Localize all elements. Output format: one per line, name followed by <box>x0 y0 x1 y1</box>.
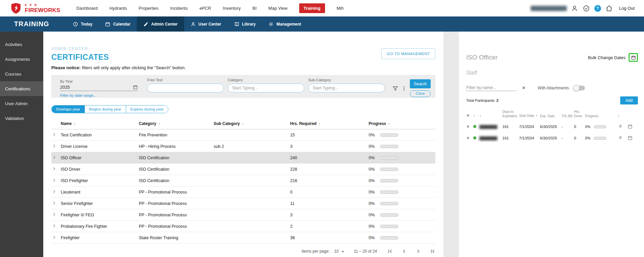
remove-participant-icon[interactable]: ✕ <box>466 124 470 129</box>
row-expand-chevron-icon[interactable] <box>51 155 56 160</box>
table-row[interactable]: ISO FirefighterISO Certification2160% <box>51 175 435 186</box>
table-row[interactable]: Firefighter II/ FEOPP - Promotional Proc… <box>51 209 435 221</box>
sidebar-item-assignments[interactable]: Assignments <box>0 52 43 67</box>
top-nav-item-inventory[interactable]: Inventory <box>223 6 240 11</box>
next-page-icon[interactable] <box>415 248 421 254</box>
free-text-input[interactable] <box>147 84 224 92</box>
filter-by-name-input[interactable] <box>466 85 517 91</box>
sidebar-item-certifications[interactable]: Certifications <box>0 81 43 96</box>
nav-library[interactable]: Library <box>228 16 262 32</box>
col-hrs-required[interactable]: Hrs. Required <box>290 121 317 126</box>
top-nav-item-dashboard[interactable]: Dashboard <box>76 6 98 11</box>
table-row[interactable]: Driver LicenseHP - Hiring Processsub 230… <box>51 141 435 152</box>
table-row[interactable]: Probationary Fire FighterPP - Promotiona… <box>51 221 435 232</box>
tab-overlaps-year[interactable]: Overlaps year <box>52 105 85 113</box>
col-tis[interactable]: TIS (M) <box>561 110 574 121</box>
sort-asc-icon[interactable]: ↑ <box>473 114 475 118</box>
top-nav-item-properties[interactable]: Properties <box>139 6 158 11</box>
check-circle-icon[interactable] <box>583 5 590 12</box>
with-attachments-toggle[interactable] <box>574 86 585 90</box>
row-expand-chevron-icon[interactable] <box>51 132 56 137</box>
row-expand-chevron-icon[interactable] <box>51 189 56 194</box>
sort-asc-icon[interactable]: ↑ <box>74 122 76 126</box>
filter-icon[interactable] <box>392 85 398 98</box>
kebab-menu-icon[interactable] <box>401 85 407 98</box>
top-nav-item-epcr[interactable]: ePCR <box>200 6 211 11</box>
col-category[interactable]: Category <box>139 121 156 126</box>
tab-expires-during-year[interactable]: Expires during year <box>126 105 168 113</box>
table-row[interactable]: Test CertificationFire Prevention150% <box>51 129 435 141</box>
row-expand-chevron-icon[interactable] <box>51 144 56 148</box>
remove-participant-icon[interactable]: ✕ <box>466 136 470 140</box>
bulk-change-dates-button[interactable] <box>629 53 638 62</box>
sort-asc-icon[interactable]: ↑ <box>479 114 481 118</box>
avatar-icon[interactable] <box>571 5 578 12</box>
staff-row[interactable]: ✕████████1617/1/20246/30/2025-00% <box>466 121 638 132</box>
table-row[interactable]: ISO OfficerISO Certification2400% <box>51 152 435 164</box>
sort-asc-icon[interactable]: ↑ <box>536 114 538 118</box>
go-to-management-button[interactable]: GO TO MANAGEMENT <box>381 48 435 59</box>
row-expand-chevron-icon[interactable] <box>51 178 56 182</box>
row-expand-chevron-icon[interactable] <box>51 224 56 228</box>
sidebar-item-courses[interactable]: Courses <box>0 67 43 81</box>
tab-begins-during-year[interactable]: Begins during year <box>85 105 126 113</box>
search-button[interactable]: Search <box>410 79 431 88</box>
col-start-date[interactable]: Start Date <box>519 114 534 118</box>
nav-calendar[interactable]: Calendar <box>99 16 137 32</box>
category-input[interactable] <box>228 84 304 92</box>
table-row[interactable]: FirefighterState Roster Training360% <box>51 232 435 244</box>
row-expand-chevron-icon[interactable] <box>51 167 56 171</box>
top-nav-item-map-view[interactable]: Map View <box>268 6 287 11</box>
table-row[interactable]: Senior FirefighterPP - Promotional Proce… <box>51 198 435 209</box>
row-calendar-icon[interactable] <box>628 135 633 140</box>
col-progress[interactable]: Progress <box>369 121 386 126</box>
remove-all-icon[interactable]: ✕ <box>466 113 470 118</box>
nav-admin-center[interactable]: Admin Center <box>137 16 184 32</box>
top-nav-item-incidents[interactable]: Incidents <box>170 6 188 11</box>
top-nav-item-mih[interactable]: Mih <box>337 6 344 11</box>
nav-today[interactable]: Today <box>66 16 99 32</box>
last-page-icon[interactable] <box>429 248 435 254</box>
top-nav-item-training[interactable]: Training <box>299 3 325 13</box>
sidebar-item-user-admin[interactable]: User Admin <box>0 96 43 111</box>
items-per-page-select[interactable]: 10 ▾ <box>334 249 343 254</box>
table-row[interactable]: ISO DriverISO Certification2280% <box>51 164 435 175</box>
sidebar-item-validation[interactable]: Validation <box>0 111 43 126</box>
col-sub-category[interactable]: Sub Category <box>214 121 240 126</box>
row-expand-chevron-icon[interactable] <box>51 235 56 240</box>
row-calendar-icon[interactable] <box>628 124 633 129</box>
sort-asc-icon[interactable]: ↑ <box>618 114 620 118</box>
help-icon[interactable]: ? <box>594 5 601 12</box>
col-exp-date[interactable]: Exp. Date <box>540 110 561 121</box>
col-days-to-expiration[interactable]: Days to Expiration <box>502 110 519 121</box>
filter-by-date-range-link[interactable]: Filter by date range... <box>60 93 97 97</box>
sub-category-input[interactable] <box>308 84 385 92</box>
add-button[interactable]: Add <box>620 96 638 104</box>
sort-asc-icon[interactable]: ↑ <box>158 122 160 126</box>
logout-link[interactable]: Log Out <box>619 6 635 11</box>
row-expand-chevron-icon[interactable] <box>51 212 56 217</box>
prev-page-icon[interactable] <box>401 248 407 254</box>
row-expand-chevron-icon[interactable] <box>51 201 56 205</box>
clear-button[interactable]: Clear <box>410 90 431 97</box>
table-row[interactable]: LieutenantPP - Promotional Process00% <box>51 186 435 198</box>
col-hrs-done[interactable]: Hrs. Done <box>574 110 585 121</box>
sort-asc-icon[interactable]: ↑ <box>388 122 390 126</box>
sort-asc-icon[interactable]: ↑ <box>242 122 244 126</box>
calendar-icon[interactable] <box>133 85 138 90</box>
sort-asc-icon[interactable]: ↑ <box>319 122 321 126</box>
attachment-icon[interactable] <box>618 135 623 140</box>
col-progress[interactable]: Progress <box>585 110 618 121</box>
staff-row[interactable]: ✕████████1617/1/20246/30/2025-00% <box>466 132 638 144</box>
col-name[interactable]: Name <box>61 121 72 126</box>
top-nav-item-bi[interactable]: BI <box>253 6 257 11</box>
home-icon[interactable] <box>605 5 613 12</box>
sidebar-item-activities[interactable]: Activities <box>0 37 43 52</box>
nav-user-center[interactable]: User Center <box>184 16 228 32</box>
clear-filter-icon[interactable]: ✕ <box>522 85 526 90</box>
by-year-field[interactable]: 2025 <box>60 85 138 91</box>
first-page-icon[interactable] <box>387 248 393 254</box>
top-nav-item-hydrants[interactable]: Hydrants <box>109 6 127 11</box>
nav-management[interactable]: Management <box>262 16 307 32</box>
attachment-icon[interactable] <box>618 124 623 129</box>
